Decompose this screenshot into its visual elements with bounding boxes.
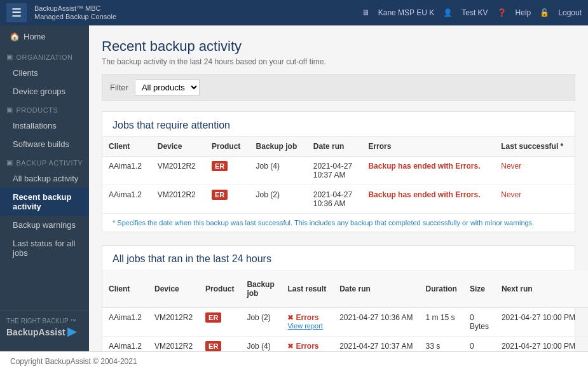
cell-backup-job: Job (2)	[250, 185, 307, 214]
logo-triangle: ▶	[67, 325, 76, 338]
user-label: Kane MSP EU K	[378, 8, 435, 17]
filter-select[interactable]: All products	[135, 80, 200, 95]
col-device: Device	[151, 137, 205, 157]
cell-product: ER	[205, 157, 250, 185]
col-backup-job: Backup job	[250, 137, 307, 157]
footer-logo-line1: THE RIGHT BACKUP ™	[6, 318, 83, 325]
sidebar-item-last-status[interactable]: Last status for all jobs	[0, 234, 89, 262]
cell-last-successful: Never	[582, 337, 588, 352]
help-link[interactable]: Help	[516, 8, 531, 17]
sidebar-item-backup-warnings[interactable]: Backup warnings	[0, 216, 89, 234]
cell-next-run: 2021-04-27 10:00 PM	[495, 308, 582, 337]
account-label: Test KV	[462, 8, 488, 17]
cell-next-run: 2021-04-27 10:00 PM	[495, 337, 582, 352]
cell-device: VM2012R2	[151, 157, 205, 185]
cell-product: ER	[205, 185, 250, 214]
nav-right: 🖥 Kane MSP EU K 👤 Test KV ❓ Help 🔓 Logou…	[362, 8, 582, 17]
sidebar-section-organization: ▣ ORGANIZATION	[0, 48, 89, 64]
cell-date-run: 2021-04-2710:37 AM	[307, 157, 362, 185]
attention-table: Client Device Product Backup job Date ru…	[102, 137, 575, 213]
sidebar: 🏠 Home ▣ ORGANIZATION Clients Device gro…	[0, 25, 89, 351]
aj-col-client: Client	[102, 270, 148, 308]
cell-date-run: 2021-04-27 10:36 AM	[333, 308, 419, 337]
cell-last-successful: Never	[582, 308, 588, 337]
brand-name: BackupAssist™ MBC	[34, 4, 116, 13]
sidebar-section-products: ▣ PRODUCTS	[0, 101, 89, 116]
aj-col-next-run: Next run	[495, 270, 582, 308]
aj-col-size: Size	[463, 270, 495, 308]
cell-client: AAima1.2	[102, 157, 151, 185]
aj-col-duration: Duration	[420, 270, 463, 308]
logout-icon: 🔓	[540, 8, 549, 17]
sidebar-item-home[interactable]: 🏠 Home	[0, 25, 89, 48]
backup-assist-logo: BackupAssist	[6, 327, 65, 337]
sidebar-section-backup-activity: ▣ BACKUP ACTIVITY	[0, 153, 89, 169]
sidebar-footer: THE RIGHT BACKUP ™ BackupAssist ▶	[0, 311, 89, 345]
all-jobs-table-row: AAima1.2 VM2012R2 ER Job (4) ✖ErrorsView…	[102, 337, 588, 352]
attention-section: Jobs that require attention Client Devic…	[102, 111, 575, 232]
bottom-footer: Copyright BackupAssist © 2004-2021	[0, 351, 588, 371]
cell-duration: 1 m 15 s	[420, 308, 463, 337]
cell-last-result: ✖ErrorsView report	[281, 337, 333, 352]
sidebar-item-recent-backup-activity[interactable]: Recent backup activity	[0, 188, 89, 216]
cell-last-result: ✖ErrorsView report	[281, 308, 333, 337]
cell-last-successful: Never	[495, 185, 575, 214]
user-icon: 🖥	[362, 8, 369, 17]
filter-bar: Filter All products	[102, 74, 575, 101]
cell-backup-job: Job (4)	[240, 337, 281, 352]
cell-date-run: 2021-04-2710:36 AM	[307, 185, 362, 214]
footer-logo-line2: BackupAssist ▶	[6, 325, 83, 339]
attention-table-row: AAima1.2 VM2012R2 ER Job (2) 2021-04-271…	[102, 185, 575, 214]
cell-product: ER	[199, 308, 240, 337]
all-jobs-table-row: AAima1.2 VM2012R2 ER Job (2) ✖ErrorsView…	[102, 308, 588, 337]
col-errors: Errors	[362, 137, 495, 157]
top-navigation: ☰ BackupAssist™ MBC Managed Backup Conso…	[0, 0, 588, 25]
aj-col-device: Device	[148, 270, 199, 308]
sidebar-item-installations[interactable]: Installations	[0, 116, 89, 135]
cell-device: VM2012R2	[148, 308, 199, 337]
help-icon: ❓	[497, 8, 507, 17]
sidebar-item-device-groups[interactable]: Device groups	[0, 82, 89, 101]
copyright-text: Copyright BackupAssist © 2004-2021	[10, 357, 137, 366]
sidebar-item-all-backup-activity[interactable]: All backup activity	[0, 169, 89, 188]
attention-table-row: AAima1.2 VM2012R2 ER Job (4) 2021-04-271…	[102, 157, 575, 185]
cell-backup-job: Job (4)	[250, 157, 307, 185]
cell-size: 0 Bytes	[463, 337, 495, 352]
cell-device: VM2012R2	[148, 337, 199, 352]
logout-link[interactable]: Logout	[558, 8, 582, 17]
hamburger-button[interactable]: ☰	[6, 3, 27, 22]
brand-logo: BackupAssist™ MBC Managed Backup Console	[34, 4, 116, 21]
cell-product: ER	[199, 337, 240, 352]
filter-label: Filter	[110, 83, 128, 92]
home-label: Home	[24, 32, 46, 41]
all-jobs-table: Client Device Product Backup job Last re…	[102, 270, 588, 351]
sidebar-item-clients[interactable]: Clients	[0, 64, 89, 82]
main-content: Recent backup activity The backup activi…	[89, 25, 588, 351]
nav-left: ☰ BackupAssist™ MBC Managed Backup Conso…	[6, 3, 116, 22]
cell-errors: Backup has ended with Errors.	[362, 157, 495, 185]
org-icon: ▣	[6, 53, 13, 61]
cell-size: 0 Bytes	[463, 308, 495, 337]
sidebar-item-software-builds[interactable]: Software builds	[0, 135, 89, 153]
home-icon: 🏠	[10, 32, 20, 41]
main-layout: 🏠 Home ▣ ORGANIZATION Clients Device gro…	[0, 25, 588, 351]
view-report-link[interactable]: View report	[287, 322, 327, 330]
backup-activity-icon: ▣	[6, 158, 13, 167]
cell-client: AAima1.2	[102, 185, 151, 214]
all-jobs-section: All jobs that ran in the last 24 hours C…	[102, 245, 575, 351]
col-last-successful: Last successful *	[495, 137, 575, 157]
cell-date-run: 2021-04-27 10:37 AM	[333, 337, 419, 352]
cell-client: AAima1.2	[102, 337, 148, 352]
cell-backup-job: Job (2)	[240, 308, 281, 337]
page-subtitle: The backup activity in the last 24 hours…	[102, 57, 575, 66]
page-title: Recent backup activity	[102, 38, 575, 55]
attention-footnote: * Specifies the date when this backup wa…	[102, 213, 575, 232]
aj-col-product: Product	[199, 270, 240, 308]
account-icon: 👤	[443, 8, 453, 17]
cell-duration: 33 s	[420, 337, 463, 352]
cell-last-successful: Never	[495, 157, 575, 185]
aj-col-last-result: Last result	[281, 270, 333, 308]
col-date-run: Date run	[307, 137, 362, 157]
col-product: Product	[205, 137, 250, 157]
col-client: Client	[102, 137, 151, 157]
